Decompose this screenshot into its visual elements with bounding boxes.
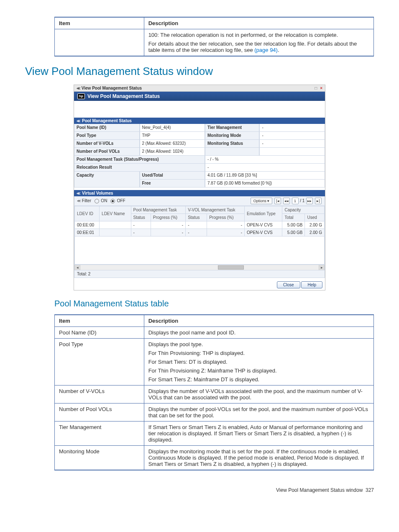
desc-line: Displays the monitoring mode that is set… [148, 448, 369, 467]
table-row: Monitoring ModeDisplays the monitoring m… [55, 446, 374, 470]
relocation-completion-table: Item Description 100: The relocation ope… [54, 17, 374, 57]
pager-prev-icon[interactable]: ◂◂ [283, 198, 290, 204]
reloc-label: Relocation Result [74, 164, 205, 172]
capacity-label: Capacity [74, 172, 140, 188]
window-title-text: ≪ View Pool Management Status [77, 86, 142, 90]
vv-table-scroll: LDEV ID LDEV Name Pool Management Task V… [74, 206, 325, 265]
collapse-icon: ≪ [77, 86, 80, 90]
col-vmt-status: Status [186, 214, 207, 221]
desc-line: Displays the pool type. [148, 341, 369, 347]
pager-next-icon[interactable]: ▸▸ [306, 198, 313, 204]
table-row[interactable]: 00:EE:01----OPEN-V CVS5.00 GB2.00 G [75, 229, 325, 236]
pool-type-value: THP [140, 132, 205, 140]
pms-col-item: Item [55, 315, 144, 327]
tier-mgmt-label: Tier Management [205, 124, 259, 132]
col-capacity: Capacity [282, 206, 325, 214]
table-row: Tier ManagementIf Smart Tiers or Smart T… [55, 421, 374, 446]
num-pvols-label: Number of Pool VOLs [74, 148, 140, 156]
pool-type-label: Pool Type [74, 132, 140, 140]
window-controls: □ × [313, 86, 322, 90]
filter-off-label: OFF [117, 198, 125, 203]
desc-line: For Smart Tiers: DT is displayed. [148, 359, 369, 365]
close-icon[interactable]: × [320, 86, 322, 90]
col-vmt: V-VOL Management Task [186, 206, 245, 214]
scroll-right-icon[interactable]: ▸ [319, 265, 325, 270]
free-value: 7.87 GB (0.00 MB formatted [0 %]) [205, 180, 325, 188]
window-titlebar: ≪ View Pool Management Status □ × [74, 85, 325, 92]
filter-off-radio[interactable] [110, 199, 115, 203]
cell: 00:EE:00 [75, 221, 100, 229]
options-dropdown[interactable]: Options ▾ [251, 198, 273, 204]
close-button[interactable]: Close [277, 281, 300, 288]
filter-on-label: ON [101, 198, 107, 203]
pager-last-icon[interactable]: ▸| [315, 198, 322, 204]
empty-row [75, 236, 325, 265]
tier-mgmt-value: - [259, 124, 325, 132]
pool-name-value: New_Pool_4(4) [140, 124, 205, 132]
filter-on-radio[interactable] [95, 199, 99, 203]
pager-first-icon[interactable]: |◂ [274, 198, 281, 204]
pms-table-heading: Pool Management Status table [54, 299, 374, 308]
item-cell: Monitoring Mode [55, 446, 144, 470]
page-footer: View Pool Management Status window 327 [25, 487, 374, 493]
desc-line: For Thin Provisioning: THP is displayed. [148, 350, 369, 356]
cell: - [131, 229, 151, 236]
col-ldev-name: LDEV Name [100, 206, 131, 221]
help-button[interactable]: Help [301, 281, 322, 288]
page-link[interactable]: (page 94) [254, 47, 278, 53]
table-row[interactable]: 00:EE:00----OPEN-V CVS5.00 GB2.00 G [75, 221, 325, 229]
num-vvols-label: Number of V-VOLs [74, 140, 140, 148]
pms-status-grid: Pool Name (ID) New_Pool_4(4) Tier Manage… [74, 124, 325, 188]
cell: - [186, 221, 207, 229]
cell: OPEN-V CVS [245, 221, 282, 229]
scroll-thumb[interactable] [218, 265, 244, 270]
task-label: Pool Management Task (Status/Progress) [74, 156, 205, 164]
vpms-window: ≪ View Pool Management Status □ × hp Vie… [74, 85, 325, 290]
cell: 00:EE:01 [75, 229, 100, 236]
desc-cell: Displays the number of pool-VOLs set for… [144, 403, 373, 421]
task-value: - / - % [205, 156, 325, 164]
desc-line: For Thin Provisioning Z: Mainframe THP i… [148, 368, 369, 374]
scroll-left-icon[interactable]: ◂ [74, 265, 80, 270]
cell: - [151, 229, 185, 236]
used-total-label: Used/Total [140, 172, 205, 180]
vv-total-row: Total: 2 [74, 270, 325, 278]
reloc-value: - [205, 164, 325, 172]
col-pmt-status: Status [131, 214, 151, 221]
col-item: Item [55, 17, 144, 29]
section-heading: View Pool Management Status window [25, 65, 374, 78]
button-row: Close Help [74, 278, 325, 290]
pager-current-page: 1 [292, 198, 299, 204]
cell: 5.00 GB [282, 221, 305, 229]
table-row: Pool Name (ID)Displays the pool name and… [55, 327, 374, 339]
mon-mode-value: - [259, 132, 325, 140]
maximize-icon[interactable]: □ [315, 86, 317, 90]
table-row: Number of Pool VOLsDisplays the number o… [55, 403, 374, 421]
table-row: Pool TypeDisplays the pool type.For Thin… [55, 339, 374, 386]
virtual-volumes-table: LDEV ID LDEV Name Pool Management Task V… [74, 206, 325, 265]
desc-line: Displays the pool name and pool ID. [148, 329, 369, 336]
mon-status-value: - [259, 140, 325, 148]
pager-total-pages: / 1 [300, 198, 304, 203]
desc-cell: Displays the pool type.For Thin Provisio… [144, 339, 373, 386]
hp-logo-icon: hp [77, 93, 85, 99]
horizontal-scrollbar[interactable]: ◂ ▸ [74, 265, 325, 270]
desc-line2: For details about the tier relocation, s… [148, 41, 369, 53]
cell [100, 221, 131, 229]
desc-cell: Displays the pool name and pool ID. [144, 327, 373, 339]
num-vvols-value: 2 (Max Allowed: 63232) [140, 140, 205, 148]
desc-text: For details about the tier relocation, s… [148, 41, 357, 53]
col-ldev-id: LDEV ID [75, 206, 100, 221]
pool-name-label: Pool Name (ID) [74, 124, 140, 132]
cell: 2.00 G [305, 229, 325, 236]
col-vmt-progress: Progress (%) [207, 214, 245, 221]
desc-line1: 100: The relocation operation is not in … [148, 32, 369, 38]
cell: - [131, 221, 151, 229]
item-cell: Tier Management [55, 421, 144, 446]
footer-text: View Pool Management Status window [276, 487, 363, 493]
vv-section-bar: ≪Virtual Volumes [74, 190, 325, 196]
item-cell: Pool Name (ID) [55, 327, 144, 339]
col-pmt-progress: Progress (%) [151, 214, 185, 221]
cell: OPEN-V CVS [245, 229, 282, 236]
cell: 2.00 G [305, 221, 325, 229]
